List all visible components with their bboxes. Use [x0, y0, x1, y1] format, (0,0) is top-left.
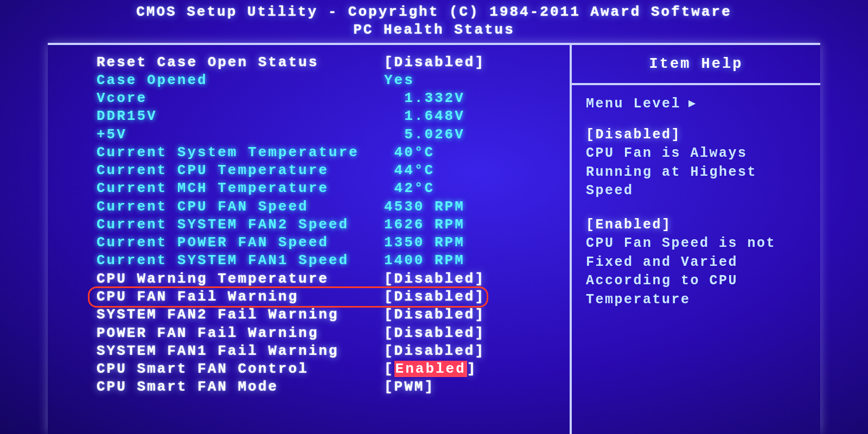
row-current-system-fan2-speed: Current SYSTEM FAN2 Speed1626 RPM — [97, 216, 559, 234]
value-ddr15v: 1.648V — [384, 107, 465, 125]
row-case-opened: Case OpenedYes — [97, 72, 559, 90]
row-current-power-fan-speed: Current POWER FAN Speed1350 RPM — [97, 234, 559, 252]
label-power-fan-fail-warning: POWER FAN Fail Warning — [97, 324, 384, 342]
value-5v: 5.026V — [384, 126, 465, 144]
bios-subtitle: PC Health Status — [0, 21, 868, 39]
label-case-opened: Case Opened — [97, 72, 384, 90]
content-frame: Reset Case Open Status[Disabled]Case Ope… — [48, 43, 820, 434]
row-current-mch-temperature: Current MCH Temperature 42°C — [97, 180, 559, 197]
label-vcore: Vcore — [97, 90, 384, 107]
label-ddr15v: DDR15V — [97, 107, 384, 125]
value-cpu-warning-temperature[interactable]: [Disabled] — [384, 270, 485, 288]
label-cpu-smart-fan-control: CPU Smart FAN Control — [97, 360, 384, 378]
row-current-system-fan1-speed: Current SYSTEM FAN1 Speed1400 RPM — [97, 252, 559, 270]
value-current-system-fan1-speed: 1400 RPM — [384, 252, 465, 270]
row-reset-case-open-status[interactable]: Reset Case Open Status[Disabled] — [97, 54, 559, 72]
menu-level-label: Menu Level — [586, 95, 681, 114]
row-cpu-warning-temperature[interactable]: CPU Warning Temperature[Disabled] — [97, 270, 559, 288]
value-system-fan1-fail-warning[interactable]: [Disabled] — [384, 342, 485, 360]
menu-level-row: Menu Level ▶ — [586, 95, 812, 114]
label-current-mch-temperature: Current MCH Temperature — [97, 180, 384, 197]
label-cpu-smart-fan-mode: CPU Smart FAN Mode — [97, 378, 384, 396]
value-vcore: 1.332V — [384, 90, 465, 107]
help-enabled-text: CPU Fan Speed is not Fixed and Varied Ac… — [586, 234, 812, 309]
row-ddr15v: DDR15V 1.648V — [97, 107, 559, 125]
chevron-right-icon: ▶ — [688, 96, 697, 112]
help-disabled-text: CPU Fan is Always Running at Highest Spe… — [586, 144, 812, 201]
help-title: Item Help — [572, 45, 820, 86]
label-5v: +5V — [97, 126, 384, 144]
settings-panel: Reset Case Open Status[Disabled]Case Ope… — [48, 45, 572, 434]
value-current-cpu-temperature: 44°C — [384, 162, 435, 180]
label-cpu-warning-temperature: CPU Warning Temperature — [97, 270, 384, 288]
value-current-system-fan2-speed: 1626 RPM — [384, 216, 465, 234]
help-disabled-block: [Disabled] CPU Fan is Always Running at … — [586, 126, 812, 201]
label-reset-case-open-status: Reset Case Open Status — [97, 54, 384, 72]
bios-title: CMOS Setup Utility - Copyright (C) 1984-… — [0, 3, 868, 21]
help-enabled-block: [Enabled] CPU Fan Speed is not Fixed and… — [586, 216, 812, 310]
row-cpu-fan-fail-warning[interactable]: CPU FAN Fail Warning[Disabled] — [97, 288, 559, 306]
value-reset-case-open-status[interactable]: [Disabled] — [384, 54, 485, 72]
label-current-cpu-fan-speed: Current CPU FAN Speed — [97, 198, 384, 216]
row-cpu-smart-fan-mode[interactable]: CPU Smart FAN Mode[PWM] — [97, 378, 559, 396]
value-system-fan2-fail-warning[interactable]: [Disabled] — [384, 306, 485, 324]
value-cpu-fan-fail-warning[interactable]: [Disabled] — [384, 288, 485, 306]
bios-header: CMOS Setup Utility - Copyright (C) 1984-… — [0, 0, 868, 41]
value-current-mch-temperature: 42°C — [384, 180, 435, 197]
row-current-system-temperature: Current System Temperature 40°C — [97, 144, 559, 162]
label-current-system-fan2-speed: Current SYSTEM FAN2 Speed — [97, 216, 384, 234]
row-power-fan-fail-warning[interactable]: POWER FAN Fail Warning[Disabled] — [97, 324, 559, 342]
row-system-fan2-fail-warning[interactable]: SYSTEM FAN2 Fail Warning[Disabled] — [97, 306, 559, 324]
value-cpu-smart-fan-mode[interactable]: [PWM] — [384, 378, 435, 396]
row-cpu-smart-fan-control[interactable]: CPU Smart FAN Control[Enabled] — [97, 360, 559, 378]
value-power-fan-fail-warning[interactable]: [Disabled] — [384, 324, 485, 342]
row-vcore: Vcore 1.332V — [97, 90, 559, 107]
help-enabled-key: [Enabled] — [586, 216, 812, 235]
help-disabled-key: [Disabled] — [586, 126, 812, 145]
value-current-system-temperature: 40°C — [384, 144, 435, 162]
label-current-cpu-temperature: Current CPU Temperature — [97, 162, 384, 180]
row-5v: +5V 5.026V — [97, 126, 559, 144]
value-cpu-smart-fan-control[interactable]: [Enabled] — [384, 360, 477, 378]
help-panel: Item Help Menu Level ▶ [Disabled] CPU Fa… — [572, 45, 820, 434]
row-current-cpu-temperature: Current CPU Temperature 44°C — [97, 162, 559, 180]
label-system-fan2-fail-warning: SYSTEM FAN2 Fail Warning — [97, 306, 384, 324]
value-current-power-fan-speed: 1350 RPM — [384, 234, 465, 252]
label-system-fan1-fail-warning: SYSTEM FAN1 Fail Warning — [97, 342, 384, 360]
label-current-system-fan1-speed: Current SYSTEM FAN1 Speed — [97, 252, 384, 270]
row-system-fan1-fail-warning[interactable]: SYSTEM FAN1 Fail Warning[Disabled] — [97, 342, 559, 360]
value-case-opened: Yes — [384, 72, 414, 90]
label-current-power-fan-speed: Current POWER FAN Speed — [97, 234, 384, 252]
value-current-cpu-fan-speed: 4530 RPM — [384, 198, 465, 216]
row-current-cpu-fan-speed: Current CPU FAN Speed4530 RPM — [97, 198, 559, 216]
label-current-system-temperature: Current System Temperature — [97, 144, 384, 162]
label-cpu-fan-fail-warning: CPU FAN Fail Warning — [97, 288, 384, 306]
